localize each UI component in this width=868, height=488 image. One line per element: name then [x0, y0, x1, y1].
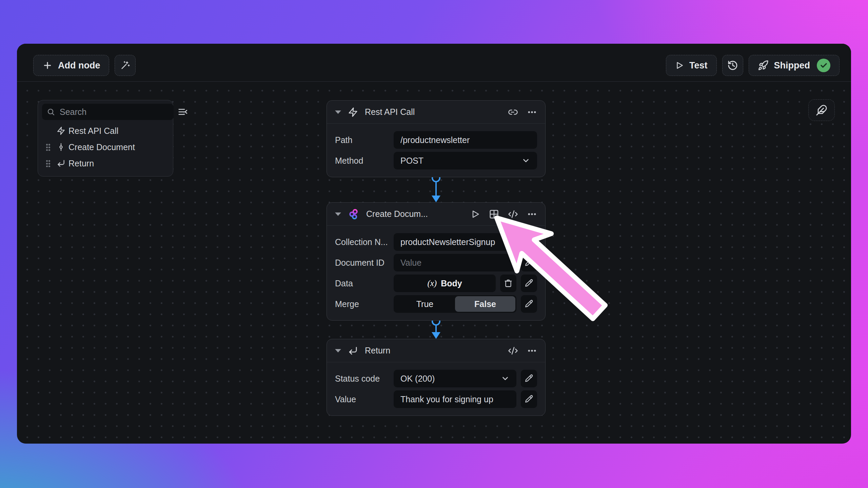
shipped-status-badge	[817, 59, 830, 72]
field-row-value: Value	[335, 390, 537, 408]
connector-line	[435, 182, 437, 196]
merge-false-option[interactable]: False	[455, 296, 515, 312]
feather-notes-button[interactable]	[808, 99, 835, 121]
collapse-caret-icon[interactable]	[335, 212, 341, 216]
test-button[interactable]: Test	[666, 55, 717, 76]
connector-rest-to-create	[431, 174, 441, 202]
return-value-input[interactable]	[400, 394, 510, 404]
shipped-button[interactable]: Shipped	[749, 55, 840, 76]
field-label: Document ID	[335, 258, 389, 268]
node-header: Create Docum...	[327, 203, 545, 226]
library-item-return[interactable]: Return	[42, 155, 169, 171]
status-code-select[interactable]: OK (200)	[394, 370, 516, 387]
collapse-caret-icon[interactable]	[335, 349, 341, 352]
code-view-icon[interactable]	[508, 209, 518, 219]
history-button[interactable]	[722, 55, 743, 76]
path-input-box[interactable]	[394, 131, 537, 149]
merge-true-option[interactable]: True	[395, 296, 455, 312]
field-label: Merge	[335, 299, 389, 309]
return-icon	[348, 346, 358, 356]
zap-icon	[54, 126, 68, 135]
method-select-value: POST	[400, 156, 521, 166]
field-row-method: Method POST	[335, 152, 537, 169]
edit-pencil-button[interactable]	[521, 254, 537, 271]
field-label: Value	[335, 394, 389, 404]
more-options-icon[interactable]	[527, 346, 537, 356]
node-title: Create Docum...	[366, 209, 428, 219]
delete-trash-button[interactable]	[500, 274, 516, 292]
field-row-merge: Merge True False	[335, 295, 537, 313]
connector-arrowhead	[432, 196, 440, 202]
return-icon	[54, 159, 68, 168]
library-item-rest-api-call[interactable]: Rest API Call	[42, 123, 169, 139]
data-chip-label: Body	[441, 279, 462, 288]
library-item-label: Return	[68, 159, 94, 168]
workflow-canvas[interactable]: Add node Test	[17, 44, 851, 444]
data-variable-chip[interactable]: (x) Body	[394, 274, 496, 292]
node-header: Return	[327, 339, 545, 362]
collapse-panel-icon[interactable]	[178, 107, 188, 117]
document-id-input-box[interactable]	[394, 254, 516, 271]
edit-pencil-button[interactable]	[521, 233, 537, 251]
zap-icon	[348, 107, 358, 117]
field-row-data: Data (x) Body	[335, 274, 537, 292]
run-node-play-icon[interactable]	[471, 209, 480, 219]
node-header: Rest API Call	[327, 101, 545, 124]
variable-x-icon: (x)	[427, 279, 437, 288]
edit-pencil-button[interactable]	[521, 390, 537, 408]
library-item-create-document[interactable]: Create Document	[42, 139, 169, 155]
rocket-icon	[758, 60, 769, 71]
field-label: Method	[335, 156, 389, 166]
feather-icon	[816, 104, 827, 116]
field-row-collection-name: Collection N...	[335, 233, 537, 251]
commit-icon	[54, 143, 68, 151]
drag-handle[interactable]	[42, 143, 54, 151]
method-select[interactable]: POST	[394, 152, 537, 169]
more-options-icon[interactable]	[527, 107, 537, 117]
table-view-icon[interactable]	[489, 209, 499, 219]
return-value-input-box[interactable]	[394, 390, 516, 408]
document-id-input[interactable]	[400, 258, 510, 268]
shipped-label: Shipped	[774, 60, 810, 71]
plus-icon	[42, 60, 53, 70]
drag-handle[interactable]	[42, 160, 54, 167]
create-document-brand-icon	[348, 208, 359, 220]
merge-toggle: True False	[394, 295, 516, 313]
test-label: Test	[689, 60, 708, 71]
drag-dots-icon	[46, 143, 50, 151]
edit-pencil-button[interactable]	[521, 295, 537, 313]
collection-name-input-box[interactable]	[394, 233, 516, 251]
search-input[interactable]	[60, 107, 169, 117]
field-label: Path	[335, 135, 389, 145]
node-create-document[interactable]: Create Docum...	[327, 202, 546, 321]
library-item-label: Rest API Call	[68, 126, 118, 136]
collection-name-input[interactable]	[400, 237, 510, 247]
connector-line	[435, 326, 437, 332]
field-row-status-code: Status code OK (200)	[335, 370, 537, 387]
field-label: Collection N...	[335, 237, 389, 247]
field-row-document-id: Document ID	[335, 254, 537, 271]
connector-arrowhead	[432, 332, 440, 339]
toolbar-right: Test Shipped	[666, 55, 840, 76]
node-title: Rest API Call	[365, 107, 415, 117]
library-item-label: Create Document	[68, 142, 135, 152]
edit-pencil-button[interactable]	[521, 370, 537, 387]
more-options-icon[interactable]	[527, 209, 537, 219]
edit-pencil-button[interactable]	[521, 274, 537, 292]
node-body: Status code OK (200) Value	[327, 362, 545, 415]
add-node-label: Add node	[58, 60, 100, 71]
ai-wand-button[interactable]	[115, 55, 136, 76]
node-return[interactable]: Return Status code OK (200)	[327, 339, 546, 416]
search-input-box[interactable]	[42, 104, 174, 120]
path-input[interactable]	[400, 135, 530, 145]
code-view-icon[interactable]	[508, 346, 518, 356]
play-icon	[675, 61, 684, 70]
status-code-value: OK (200)	[400, 374, 501, 384]
magic-wand-icon	[120, 60, 130, 70]
node-rest-api-call[interactable]: Rest API Call Path	[327, 100, 546, 177]
drag-dots-icon	[46, 160, 50, 167]
collapse-caret-icon[interactable]	[335, 110, 341, 114]
add-node-button[interactable]: Add node	[33, 55, 109, 76]
link-icon[interactable]	[508, 107, 518, 117]
chevron-down-icon	[521, 156, 530, 165]
